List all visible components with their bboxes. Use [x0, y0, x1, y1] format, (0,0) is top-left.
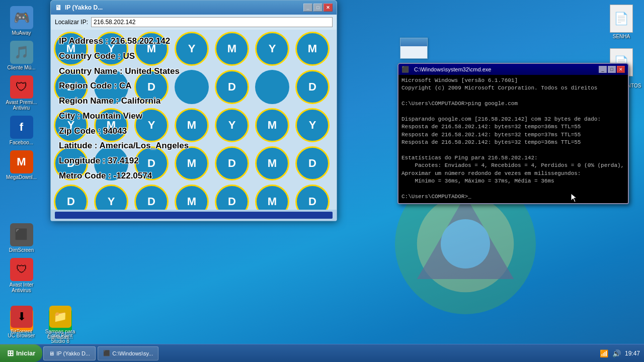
ip-window-titlebar[interactable]: 🖥 IP (Yakko D... _ □ ✕: [51, 1, 337, 15]
cmd-body: Microsoft Windows [versão 6.1.7601] Copy…: [398, 75, 628, 203]
cmd-icon: ⬛: [401, 66, 409, 73]
latitude-row: Latitude : America/Los_Angeles: [59, 138, 329, 153]
close-button[interactable]: ✕: [324, 4, 333, 12]
cmd-line-2: Copyright (c) 2009 Microsoft Corporation…: [401, 84, 625, 92]
region-code-row: Region Code : CA: [59, 78, 329, 94]
ip-address-row: IP Address : 216.58.202.142: [59, 34, 329, 49]
cmd-title: C:\Windows\system32\cmd.exe: [414, 66, 596, 72]
cmd-line-11: Mínimo = 36ms, Máximo = 37ms, Média = 36…: [401, 177, 625, 185]
small-window[interactable]: [400, 38, 428, 59]
maximize-button[interactable]: □: [313, 4, 323, 12]
minimize-button[interactable]: _: [303, 4, 312, 12]
country-name-row: Country Name : United States: [59, 64, 329, 79]
taskbar-ip-icon: 🖥: [49, 350, 54, 356]
zip-code-row: Zip Code : 94043: [59, 124, 329, 139]
icon-cliente-music[interactable]: 🎵 Cliente Mú...: [3, 39, 40, 72]
cmd-line-9: Pacotes: Enviados = 4, Recebidos = 4, Pe…: [401, 162, 625, 169]
windows-logo-icon: ⊞: [7, 348, 14, 358]
cmd-line-6: Resposta de 216.58.202.142: bytes=32 tem…: [401, 131, 625, 139]
start-label: Iniciar: [16, 349, 35, 357]
city-row: City : Mountain View: [59, 109, 329, 124]
longitude-row: Longitude : 37.4192: [59, 153, 329, 168]
cmd-line-7: Resposta de 216.58.202.142: bytes=32 tem…: [401, 139, 625, 146]
cmd-line-blank4: [401, 185, 625, 193]
taskbar-right-area: 📶 🔊 19:47: [596, 349, 644, 357]
taskbar-clock: 19:47: [625, 350, 640, 357]
cmd-line-8: Estatísticas do Ping para 216.58.202.142…: [401, 154, 625, 162]
taskbar: ⊞ Iniciar 🖥 IP (Yakko D... ⬛ C:\Windows\…: [0, 344, 644, 362]
cmd-close[interactable]: ✕: [617, 66, 625, 73]
icon-avast[interactable]: 🛡 Avast Premi... Antiviru: [3, 73, 40, 113]
ip-window-title: IP (Yakko D...: [65, 4, 303, 11]
taskbar-cmd-label: C:\Windows\sy...: [112, 350, 153, 356]
icon-avast2[interactable]: 🛡 Avast Inter Antivirus: [3, 256, 40, 295]
ip-label: Localizar IP:: [55, 19, 88, 26]
cmd-line-3: C:\Users\COMPUTADOR>ping google.com: [401, 100, 625, 108]
taskbar-cmd-btn[interactable]: ⬛ C:\Windows\sy...: [98, 346, 158, 360]
cmd-line-4: Disparando google.com [216.58.202.142] c…: [401, 116, 625, 123]
ip-window: 🖥 IP (Yakko D... _ □ ✕ Localizar IP: M Y…: [50, 0, 337, 221]
icon-facebook[interactable]: f Faceboo...: [3, 114, 40, 147]
taskbar-ip-label: IP (Yakko D...: [56, 350, 90, 356]
taskbar-sound-icon: 🔊: [612, 349, 621, 357]
icon-muaway[interactable]: 🎮 MuAway: [3, 4, 40, 38]
cmd-line-10: Aproximar um número redondo de vezes em …: [401, 170, 625, 177]
cmd-controls: _ □ ✕: [599, 66, 625, 73]
icon-sampas[interactable]: 📁 Sampas para Camadas...: [41, 305, 79, 341]
icon-bittorrent[interactable]: ⬇ BitTorrent: [3, 305, 40, 341]
taskbar-ip-btn[interactable]: 🖥 IP (Yakko D...: [43, 346, 96, 360]
ip-info-area: M Y M Y M Y M D D D D Y M Y M Y M Y D: [51, 30, 337, 221]
region-name-row: Region Name : California: [59, 94, 329, 109]
cmd-titlebar[interactable]: ⬛ C:\Windows\system32\cmd.exe _ □ ✕: [398, 64, 628, 75]
ip-input[interactable]: [91, 17, 333, 27]
taskbar-network-icon: 📶: [600, 349, 608, 357]
cmd-maximize[interactable]: □: [608, 66, 616, 73]
cmd-line-1: Microsoft Windows [versão 6.1.7601]: [401, 77, 625, 84]
cmd-line-blank3: [401, 147, 625, 154]
cmd-line-blank2: [401, 108, 625, 116]
icon-dimscreen[interactable]: ⬛ DimScreen: [3, 221, 40, 255]
desktop-icons-left: 🎮 MuAway 🎵 Cliente Mú... 🛡 Avast Premi..…: [0, 0, 40, 182]
cmd-line-5: Resposta de 216.58.202.142: bytes=32 tem…: [401, 123, 625, 131]
cmd-minimize[interactable]: _: [599, 66, 607, 73]
bottom-left-icons: ⬇ BitTorrent 📁 Sampas para Camadas...: [0, 305, 79, 341]
start-button[interactable]: ⊞ Iniciar: [0, 344, 42, 362]
cmd-window: ⬛ C:\Windows\system32\cmd.exe _ □ ✕ Micr…: [397, 63, 629, 204]
metro-code-row: Metro Code : -122.0574: [59, 168, 329, 184]
cmd-line-12: C:\Users\COMPUTADOR>_: [401, 193, 625, 201]
country-code-row: Country Code : US: [59, 49, 329, 64]
ip-info-overlay: IP Address : 216.58.202.142 Country Code…: [51, 30, 337, 188]
taskbar-cmd-icon: ⬛: [103, 350, 110, 356]
desktop-icons-left-lower: ⬛ DimScreen 🛡 Avast Inter Antivirus: [0, 221, 40, 295]
progress-bar-row: [51, 210, 337, 221]
icon-megadownload[interactable]: M MegaDownl...: [3, 148, 40, 182]
progress-bar: [55, 212, 333, 219]
cmd-line-blank1: [401, 93, 625, 100]
ip-input-row: Localizar IP:: [51, 15, 337, 30]
icon-senha[interactable]: 📄 SENHA: [601, 3, 641, 41]
